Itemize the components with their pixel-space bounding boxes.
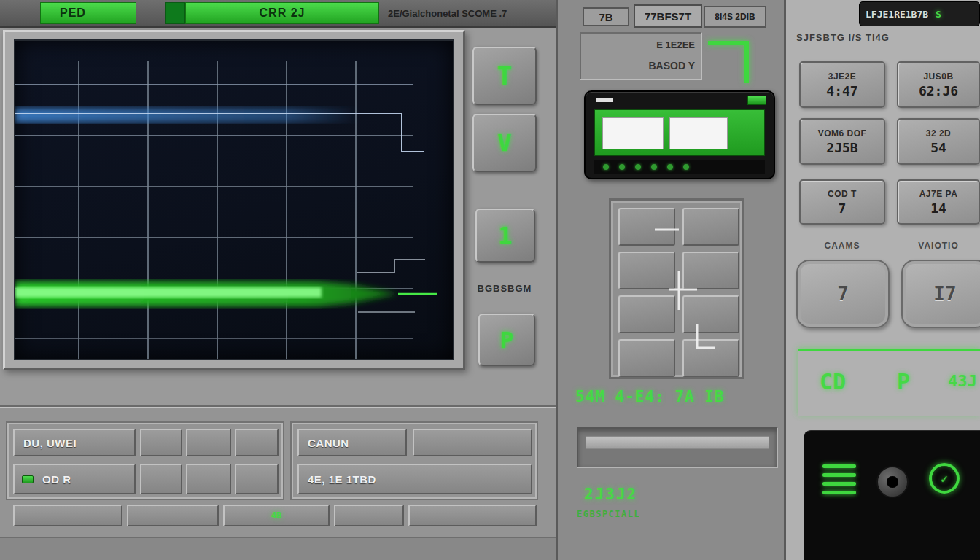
round-button-i7[interactable]: I7: [901, 260, 980, 328]
grid-button-1-label: 3JE2E: [828, 71, 857, 82]
group-left-button[interactable]: [235, 464, 279, 494]
scope-bezel: [3, 30, 465, 370]
bottom-shade: [0, 537, 556, 560]
side-button-2-glyph: V: [497, 129, 511, 157]
ped-label: PED: [60, 7, 86, 20]
grid-button-4-label: 32 2D: [926, 128, 952, 139]
button-group-right: CANUN 4E, 1E 1TBD: [290, 421, 538, 500]
audio-jack: [876, 466, 909, 498]
top-info: 2E/Gialchonetal SCOME .7: [388, 2, 554, 24]
grid-button-6[interactable]: AJ7E PA 14: [897, 179, 980, 225]
display-aux: 8I4S 2DIB: [704, 6, 766, 28]
grid-button-2-value: 62:J6: [919, 83, 958, 98]
side-button-4[interactable]: P: [478, 314, 535, 366]
brand-logo-icon: ✓: [929, 463, 960, 494]
group-right-button[interactable]: [413, 429, 532, 456]
center-column: 7B 77BFS7T 8I4S 2DIB E 1E2EE BASOD Y: [556, 0, 786, 560]
right-subtitle: SJFSBTG I/S TI4G: [796, 32, 974, 43]
canun-button[interactable]: CANUN: [298, 429, 407, 456]
strip-button[interactable]: [408, 505, 537, 526]
lcd-icon: [651, 164, 657, 170]
side-group-label: BGBSBGM: [464, 283, 545, 294]
group-left-button[interactable]: [186, 464, 231, 494]
strip-button-4b[interactable]: 4B: [223, 505, 330, 526]
status-subpanel: E 1E2EE BASOD Y: [580, 32, 702, 80]
scope-trace: [15, 41, 453, 359]
strip-chip-label: 4B: [271, 510, 281, 521]
side-button-3[interactable]: 1: [475, 209, 535, 262]
lcd-power-led: [747, 96, 766, 105]
corner-bracket-icon: [708, 41, 749, 83]
grid-button-6-label: AJ7E PA: [919, 189, 958, 199]
grid-button-4[interactable]: 32 2D 54: [897, 118, 980, 165]
code-caption: EGBSPCIALL: [577, 509, 640, 519]
strip-button[interactable]: [13, 505, 122, 526]
top-info-text: 2E/Gialchonetal SCOME .7: [388, 8, 507, 19]
group-left-button[interactable]: [140, 464, 182, 494]
col-label-1: CAAMS: [799, 241, 885, 251]
lcd-module: [584, 90, 775, 179]
green-notch: [165, 2, 185, 24]
audio-jack-hole: [887, 476, 898, 488]
round-button-7[interactable]: 7: [796, 260, 890, 328]
lcd-segment-1: [602, 117, 664, 149]
keypad-marks: [611, 201, 747, 381]
side-button-2[interactable]: V: [472, 114, 537, 172]
side-button-3-glyph: 1: [498, 222, 512, 249]
lcd-top-dash: [596, 98, 613, 102]
du-uwei-label: DU, UWEI: [15, 437, 77, 449]
side-button-1-glyph: T: [497, 61, 512, 90]
group-left-button[interactable]: [140, 429, 182, 456]
grid-button-5[interactable]: COD T 7: [799, 179, 885, 225]
strip-button[interactable]: [334, 505, 404, 526]
lcd-icon: [667, 164, 673, 170]
menu-icon[interactable]: [822, 464, 856, 499]
display-main: 77BFS7T: [634, 4, 702, 28]
cd-button[interactable]: CD: [820, 369, 846, 394]
lcd-screen: [594, 109, 765, 156]
right-display: LFJE1RE1B7B S: [859, 1, 980, 26]
display-7b: 7B: [583, 7, 629, 26]
strip-button[interactable]: [127, 505, 219, 526]
grid-button-1[interactable]: 3JE2E 4:47: [799, 61, 885, 108]
round-button-7-value: 7: [837, 283, 849, 305]
right-display-text: LFJE1RE1B7B: [866, 9, 928, 20]
lcd-icon: [683, 164, 689, 170]
grid-button-5-value: 7: [839, 201, 847, 216]
right-display-suffix: S: [936, 9, 941, 20]
right-panel: LFJE1RE1B7B S SJFSBTG I/S TI4G 3JE2E 4:4…: [786, 0, 980, 560]
scope-screen: [14, 39, 454, 360]
connector-panel: ✓: [804, 430, 980, 560]
side-button-1[interactable]: T: [472, 47, 537, 105]
top-bar: PED CRR 2J 2E/Gialchonetal SCOME .7: [0, 0, 556, 28]
display-aux-value: 8I4S 2DIB: [715, 12, 755, 22]
grid-button-2-label: JUS0B: [923, 71, 953, 82]
media-readout: 43J: [948, 372, 977, 390]
od-r-button[interactable]: OD R: [13, 464, 136, 494]
mode-label: 4E, 1E 1TBD: [299, 473, 376, 486]
display-main-value: 77BFS7T: [645, 10, 691, 23]
canun-label: CANUN: [299, 437, 349, 449]
display-7b-value: 7B: [599, 11, 612, 23]
status-line-1: E 1E2EE: [656, 39, 695, 50]
lcd-icon: [603, 164, 609, 170]
ped-indicator: PED: [40, 2, 136, 24]
card-slot[interactable]: [577, 427, 778, 468]
grid-button-4-value: 54: [930, 140, 946, 155]
status-led-icon: [22, 475, 34, 483]
col-label-2: VAIOTIO: [897, 241, 980, 251]
group-left-button[interactable]: [235, 429, 279, 456]
group-left-button[interactable]: [186, 429, 231, 456]
status-line-2: BASOD Y: [648, 60, 695, 71]
du-uwei-button[interactable]: DU, UWEI: [13, 429, 136, 456]
grid-button-2[interactable]: JUS0B 62:J6: [897, 61, 980, 108]
od-r-label: OD R: [34, 473, 71, 486]
crr-label: CRR 2J: [260, 7, 306, 20]
lcd-icon-row: [594, 160, 765, 174]
left-panel: PED CRR 2J 2E/Gialchonetal SCOME .7: [0, 0, 556, 560]
grid-button-3-value: 2J5B: [826, 140, 858, 155]
play-button[interactable]: P: [897, 369, 910, 394]
grid-button-3[interactable]: VOM6 DOF 2J5B: [799, 118, 885, 165]
lcd-segment-2: [669, 117, 728, 149]
mode-button[interactable]: 4E, 1E 1TBD: [298, 464, 532, 494]
